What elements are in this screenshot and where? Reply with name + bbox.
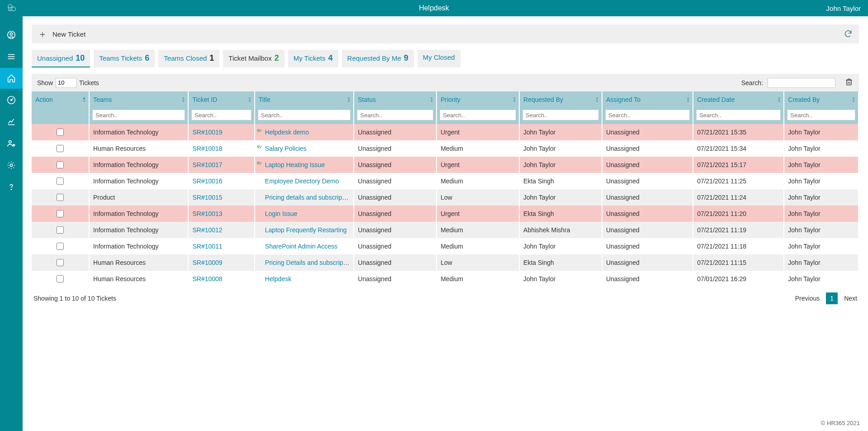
cell-ticket-id: SR#10017 (189, 157, 255, 173)
table-row[interactable]: Information TechnologySR#10017Laptop Hea… (32, 157, 859, 173)
new-ticket-button[interactable]: ＋ New Ticket (32, 24, 859, 43)
col-action[interactable]: Action▲▼ (32, 91, 90, 108)
paging-info: Showing 1 to 10 of 10 Tickets (33, 295, 116, 302)
table-row[interactable]: ProductSR#10015Pricing details and subsc… (32, 189, 859, 206)
tab-my-tickets[interactable]: My Tickets4 (288, 50, 338, 67)
refresh-button[interactable] (844, 29, 853, 39)
tab-my-closed[interactable]: My Closed (417, 50, 460, 67)
table-row[interactable]: Human ResourcesSR#10008HelpdeskUnassigne… (32, 271, 859, 287)
delete-button[interactable] (844, 77, 854, 88)
col-teams[interactable]: Teams▲▼ (90, 91, 189, 108)
row-checkbox[interactable] (57, 243, 64, 250)
sidebar-item-dashboard[interactable] (0, 90, 23, 110)
cell-status: Unassigned (354, 157, 437, 173)
col-created-by[interactable]: Created By▲▼ (784, 91, 859, 108)
tab-count: 6 (145, 53, 149, 63)
tab-unassigned[interactable]: Unassigned10 (32, 50, 90, 67)
sidebar-item-avatar[interactable] (0, 24, 23, 45)
ticket-title-link[interactable]: Pricing Details and subscription (265, 259, 353, 266)
filter-status[interactable] (357, 110, 433, 120)
col-requested-by[interactable]: Requested By▲▼ (520, 91, 602, 108)
filter-teams[interactable] (92, 110, 185, 120)
ticket-id-link[interactable]: SR#10018 (192, 145, 222, 152)
row-checkbox[interactable] (57, 194, 64, 201)
ticket-id-link[interactable]: SR#10015 (192, 194, 222, 201)
svg-text:S: S (9, 8, 11, 10)
table-row[interactable]: Human ResourcesSR#10018Salary PoliciesUn… (32, 140, 859, 157)
cell-action (32, 173, 90, 189)
cell-priority: Medium (437, 140, 520, 157)
filter-created-date[interactable] (696, 110, 781, 120)
col-priority[interactable]: Priority▲▼ (437, 91, 520, 108)
ticket-id-link[interactable]: SR#10009 (192, 259, 222, 266)
ticket-title-link[interactable]: Laptop Frequently Restarting (265, 226, 347, 234)
next-button[interactable]: Next (844, 295, 857, 302)
gear-icon (6, 160, 16, 170)
ticket-id-link[interactable]: SR#10013 (192, 210, 222, 217)
ticket-title-link[interactable]: Helpdesk (265, 275, 291, 283)
previous-button[interactable]: Previous (795, 295, 820, 302)
row-checkbox[interactable] (57, 275, 64, 283)
tab-ticket-mailbox[interactable]: Ticket Mailbox2 (223, 50, 284, 67)
table-row[interactable]: Human ResourcesSR#10009Pricing Details a… (32, 254, 859, 271)
filter-ticket-id[interactable] (191, 110, 251, 120)
ticket-title-link[interactable]: Login Issue (265, 210, 298, 217)
new-ticket-icon (257, 128, 262, 133)
col-title[interactable]: Title▲▼ (255, 91, 354, 108)
ticket-id-link[interactable]: SR#10016 (192, 177, 222, 185)
ticket-title-link[interactable]: Pricing details and subscription (265, 194, 352, 201)
show-count-input[interactable] (56, 78, 76, 88)
tab-teams-closed[interactable]: Teams Closed1 (158, 50, 219, 67)
table-row[interactable]: Information TechnologySR#10013Login Issu… (32, 206, 859, 222)
ticket-id-link[interactable]: SR#10011 (192, 243, 222, 250)
table-row[interactable]: Information TechnologySR#10016Employee D… (32, 173, 859, 189)
cell-priority: Medium (437, 271, 520, 287)
page-number[interactable]: 1 (826, 292, 838, 304)
sidebar-item-settings[interactable] (0, 155, 23, 176)
cell-created-date: 07/21/2021 11:24 (693, 189, 784, 206)
filter-created-by[interactable] (787, 110, 855, 120)
table-row[interactable]: Information TechnologySR#10012Laptop Fre… (32, 222, 859, 238)
search-input[interactable] (768, 78, 835, 88)
col-ticket-id[interactable]: Ticket ID▲▼ (189, 91, 255, 108)
ticket-title-link[interactable]: Salary Policies (265, 145, 307, 152)
row-checkbox[interactable] (57, 226, 64, 234)
filter-assigned-to[interactable] (605, 110, 690, 120)
table-row[interactable]: Information TechnologySR#10011SharePoint… (32, 238, 859, 254)
col-status[interactable]: Status▲▼ (354, 91, 437, 108)
row-checkbox[interactable] (57, 161, 64, 168)
svg-point-10 (11, 100, 12, 101)
ticket-title-link[interactable]: Helpdesk demo (265, 129, 309, 136)
filter-priority[interactable] (440, 110, 516, 120)
sidebar-item-reports[interactable] (0, 111, 23, 132)
ticket-title-link[interactable]: Laptop Heating Issue (265, 161, 325, 168)
table-row[interactable]: Information TechnologySR#10019Helpdesk d… (32, 124, 859, 140)
users-gear-icon (6, 139, 16, 148)
sidebar-item-users[interactable] (0, 133, 23, 154)
row-checkbox[interactable] (57, 145, 64, 152)
tab-teams-tickets[interactable]: Teams Tickets6 (94, 50, 155, 67)
ticket-id-link[interactable]: SR#10012 (192, 226, 222, 234)
sidebar-item-menu[interactable] (0, 46, 23, 67)
sidebar-item-home[interactable] (0, 68, 23, 89)
col-created-date[interactable]: Created Date▲▼ (693, 91, 784, 108)
cell-created-date: 07/21/2021 11:25 (693, 173, 784, 189)
ticket-title-link[interactable]: Employee Directory Demo (265, 177, 339, 185)
cell-action (32, 254, 90, 271)
current-user[interactable]: John Taylor (826, 5, 861, 12)
row-checkbox[interactable] (57, 259, 64, 266)
filter-requested-by[interactable] (522, 110, 599, 120)
sidebar-item-help[interactable] (0, 177, 23, 197)
filter-title[interactable] (258, 110, 351, 120)
ticket-id-link[interactable]: SR#10008 (192, 275, 222, 283)
row-checkbox[interactable] (57, 177, 64, 185)
ticket-id-link[interactable]: SR#10017 (192, 161, 222, 168)
ticket-title-link[interactable]: SharePoint Admin Access (265, 243, 337, 250)
col-assigned-to[interactable]: Assigned To▲▼ (602, 91, 693, 108)
ticket-id-link[interactable]: SR#10019 (192, 129, 222, 136)
tab-count: 10 (76, 53, 85, 63)
tab-requested-by-me[interactable]: Requested By Me9 (342, 50, 414, 67)
table-controls: Show Tickets Search: (32, 74, 859, 91)
row-checkbox[interactable] (57, 210, 64, 217)
row-checkbox[interactable] (57, 129, 64, 136)
